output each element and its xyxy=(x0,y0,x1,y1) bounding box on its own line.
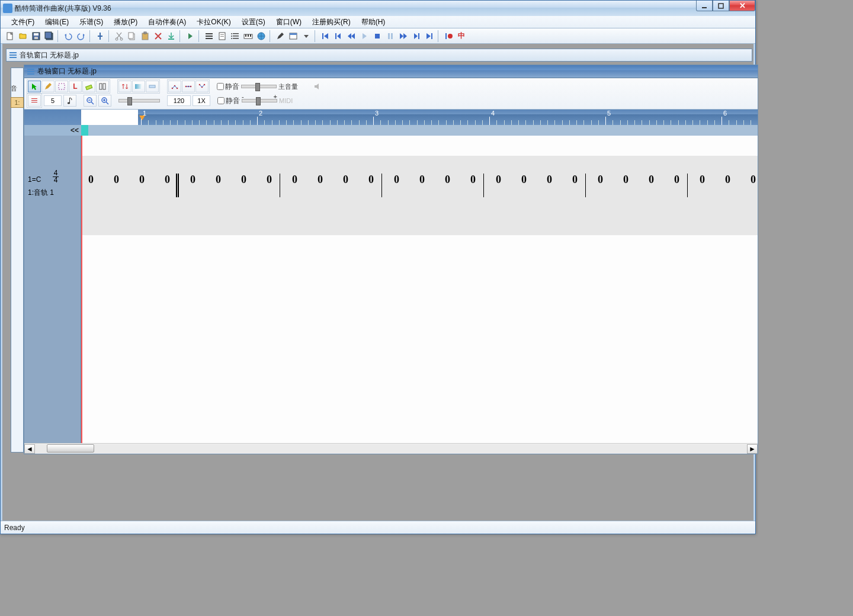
menu-window[interactable]: 窗口(W) xyxy=(271,16,306,28)
align-left-button[interactable] xyxy=(203,30,215,42)
volume-slider-2[interactable] xyxy=(242,99,277,102)
scroll-track[interactable] xyxy=(35,444,747,454)
copy-button[interactable] xyxy=(126,30,138,42)
note[interactable]: 0 xyxy=(190,174,195,186)
note[interactable]: 0 xyxy=(547,174,552,186)
note[interactable]: 0 xyxy=(496,174,501,186)
note[interactable]: 0 xyxy=(88,174,94,186)
dots-mid-tool[interactable] xyxy=(182,81,195,92)
close-button[interactable]: ✕ xyxy=(729,1,755,11)
bar-tool[interactable] xyxy=(146,81,159,92)
pause-button[interactable] xyxy=(384,30,396,42)
metronome-button[interactable] xyxy=(94,30,106,42)
note[interactable]: 0 xyxy=(751,174,756,186)
cn-button[interactable]: 中 xyxy=(456,30,467,42)
zoom-slider[interactable] xyxy=(118,99,160,102)
cut-button[interactable] xyxy=(113,30,125,42)
menu-help[interactable]: 帮助(H) xyxy=(357,16,390,28)
note[interactable]: 0 xyxy=(674,174,679,186)
track-window-titlebar[interactable]: 音轨窗口 无标题.jp xyxy=(6,49,752,62)
note[interactable]: 0 xyxy=(368,174,374,186)
maximize-button[interactable] xyxy=(713,1,729,11)
undo-button[interactable] xyxy=(62,30,74,42)
gradient-tool[interactable] xyxy=(132,81,145,92)
note[interactable]: 0 xyxy=(700,174,705,186)
note[interactable]: 0 xyxy=(725,174,730,186)
minimize-button[interactable] xyxy=(696,1,713,11)
keyboard-button[interactable] xyxy=(242,30,254,42)
new-button[interactable] xyxy=(4,30,16,42)
pencil-tool[interactable] xyxy=(41,81,54,92)
note-tool[interactable] xyxy=(63,95,76,107)
dropdown-button[interactable] xyxy=(300,30,312,42)
eraser-tool[interactable] xyxy=(82,81,95,92)
select-tool[interactable] xyxy=(55,81,68,92)
note[interactable]: 0 xyxy=(470,174,476,186)
play-cursor[interactable] xyxy=(81,136,82,443)
menu-file[interactable]: 文件(F) xyxy=(7,16,39,28)
list-button[interactable] xyxy=(229,30,241,42)
split-tool[interactable] xyxy=(96,81,109,92)
play-small-button[interactable] xyxy=(184,30,196,42)
menu-register[interactable]: 注册购买(R) xyxy=(307,16,355,28)
zoom-out-button[interactable] xyxy=(84,95,97,107)
lines-tool[interactable] xyxy=(28,95,41,107)
mute-check-2[interactable]: 静音 xyxy=(217,96,240,106)
note[interactable]: 0 xyxy=(623,174,628,186)
roll-window-titlebar[interactable]: 卷轴窗口 无标题.jp xyxy=(24,65,758,78)
volume-slider-1[interactable] xyxy=(241,85,277,88)
open-button[interactable] xyxy=(17,30,29,42)
download-button[interactable] xyxy=(165,30,177,42)
note[interactable]: 0 xyxy=(572,174,578,186)
skip-start-button[interactable] xyxy=(319,30,331,42)
scroll-left-button[interactable]: ◄ xyxy=(24,444,35,454)
note[interactable]: 0 xyxy=(114,174,119,186)
time-ruler[interactable]: 123456 xyxy=(138,110,758,125)
note[interactable]: 0 xyxy=(445,174,450,186)
save-button[interactable] xyxy=(30,30,42,42)
nav-block[interactable] xyxy=(81,125,88,136)
note[interactable]: 0 xyxy=(165,174,170,186)
collapse-button[interactable]: << xyxy=(24,125,81,136)
note[interactable]: 0 xyxy=(598,174,603,186)
delete-button[interactable] xyxy=(152,30,164,42)
scroll-thumb[interactable] xyxy=(47,444,94,453)
tempo-input[interactable] xyxy=(167,95,191,106)
stop-button[interactable] xyxy=(371,30,383,42)
pointer-tool[interactable] xyxy=(28,81,41,92)
lyric-tool[interactable]: L xyxy=(69,81,82,92)
note[interactable]: 0 xyxy=(419,174,425,186)
doc-button[interactable] xyxy=(216,30,228,42)
redo-button[interactable] xyxy=(75,30,87,42)
next-button[interactable] xyxy=(411,30,422,42)
menu-accomp[interactable]: 自动伴奏(A) xyxy=(143,16,191,28)
note[interactable]: 0 xyxy=(241,174,246,186)
props-button[interactable] xyxy=(287,30,299,42)
mute-check-1[interactable]: 静音 xyxy=(217,82,239,92)
record-button[interactable] xyxy=(442,30,454,42)
menu-play[interactable]: 播放(P) xyxy=(109,16,142,28)
note[interactable]: 0 xyxy=(139,174,145,186)
scroll-right-button[interactable]: ► xyxy=(747,444,758,454)
note[interactable]: 0 xyxy=(394,174,399,186)
dots-down-tool[interactable] xyxy=(195,81,209,92)
note-lane[interactable] xyxy=(81,156,758,235)
menu-score[interactable]: 乐谱(S) xyxy=(75,16,108,28)
note[interactable]: 0 xyxy=(343,174,348,186)
swap-tool[interactable] xyxy=(118,81,132,92)
skip-end-button[interactable] xyxy=(424,30,435,42)
dots-up-tool[interactable] xyxy=(168,81,181,92)
note[interactable]: 0 xyxy=(267,174,272,186)
menu-edit[interactable]: 编辑(E) xyxy=(40,16,73,28)
menu-karaoke[interactable]: 卡拉OK(K) xyxy=(192,16,235,28)
beats-input[interactable] xyxy=(44,95,62,106)
zoom-in-button[interactable] xyxy=(98,95,111,107)
paste-button[interactable] xyxy=(139,30,151,42)
note[interactable]: 0 xyxy=(521,174,527,186)
menu-settings[interactable]: 设置(S) xyxy=(237,16,270,28)
note[interactable]: 0 xyxy=(292,174,297,186)
play-button[interactable] xyxy=(358,30,370,42)
note[interactable]: 0 xyxy=(216,174,221,186)
save-all-button[interactable] xyxy=(43,30,55,42)
pen-button[interactable] xyxy=(274,30,286,42)
